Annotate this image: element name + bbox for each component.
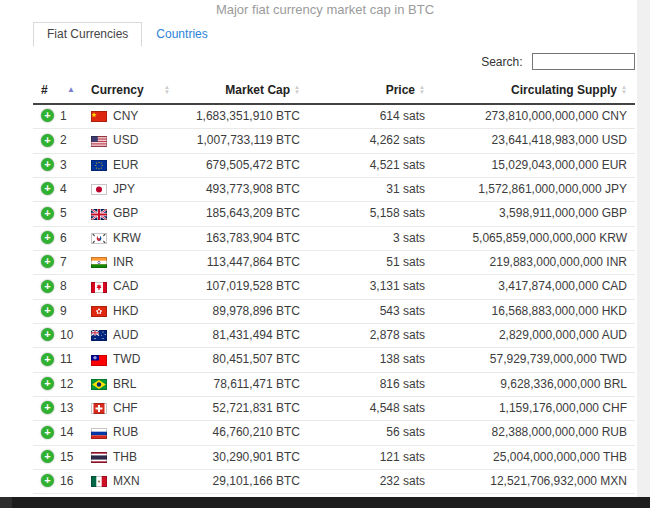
table-row: +10 AUD 81,431,494 BTC 2,878 sats 2,829,…: [33, 323, 635, 347]
supply-cell: 5,065,859,000,000,000 KRW: [433, 226, 635, 250]
expand-row-icon[interactable]: +: [41, 474, 54, 487]
sort-ascending-icon: ▲: [67, 83, 75, 97]
currency-cell: THB: [83, 445, 178, 469]
supply-cell: 16,568,883,000,000 HKD: [433, 299, 635, 323]
table-row: +12 BRL 78,611,471 BTC 816 sats 9,628,33…: [33, 372, 635, 396]
rank-cell: +8: [33, 275, 83, 299]
price-cell: 138 sats: [308, 348, 433, 372]
currency-code: INR: [113, 255, 134, 269]
currency-code: HKD: [113, 304, 138, 318]
column-header-rank[interactable]: #▲: [33, 79, 83, 104]
column-header-market-cap[interactable]: Market Cap▲▼: [178, 79, 308, 104]
rank-cell: +12: [33, 372, 83, 396]
flag-icon-brl: [91, 379, 107, 390]
currency-cell: KRW: [83, 226, 178, 250]
flag-icon-krw: [91, 233, 107, 244]
market-cap-cell: 679,505,472 BTC: [178, 153, 308, 177]
expand-row-icon[interactable]: +: [41, 109, 54, 122]
rank-value: 14: [60, 426, 73, 440]
table-row: +7 INR 113,447,864 BTC 51 sats 219,883,0…: [33, 250, 635, 274]
currency-code: BRL: [113, 377, 136, 391]
column-header-price[interactable]: Price▲▼: [308, 79, 433, 104]
column-header-currency[interactable]: Currency▲▼: [83, 79, 178, 104]
table-row: +5 GBP 185,643,209 BTC 5,158 sats 3,598,…: [33, 202, 635, 226]
expand-row-icon[interactable]: +: [41, 401, 54, 414]
rank-cell: +1: [33, 104, 83, 129]
currency-code: MXN: [113, 474, 140, 488]
expand-row-icon[interactable]: +: [41, 255, 54, 268]
expand-row-icon[interactable]: +: [41, 158, 54, 171]
currency-code: RUB: [113, 426, 138, 440]
rank-cell: +10: [33, 323, 83, 347]
rank-cell: +13: [33, 396, 83, 420]
table-row: +6 KRW 163,783,904 BTC 3 sats 5,065,859,…: [33, 226, 635, 250]
price-cell: 2,878 sats: [308, 323, 433, 347]
tab-bar: Fiat CurrenciesCountries: [33, 22, 635, 46]
table-body: +1 CNY 1,683,351,910 BTC 614 sats 273,81…: [33, 104, 635, 508]
currency-code: GBP: [113, 207, 138, 221]
table-row: +9 HKD 89,978,896 BTC 543 sats 16,568,88…: [33, 299, 635, 323]
rank-value: 9: [60, 304, 67, 318]
currency-cell: GBP: [83, 202, 178, 226]
market-cap-cell: 46,760,210 BTC: [178, 421, 308, 445]
price-cell: 121 sats: [308, 445, 433, 469]
flag-icon-hkd: [91, 306, 107, 317]
price-cell: 5,158 sats: [308, 202, 433, 226]
rank-cell: +4: [33, 177, 83, 201]
table-row: +14 RUB 46,760,210 BTC 56 sats 82,388,00…: [33, 421, 635, 445]
price-cell: 4,548 sats: [308, 396, 433, 420]
table-row: +13 CHF 52,721,831 BTC 4,548 sats 1,159,…: [33, 396, 635, 420]
currency-cell: AUD: [83, 323, 178, 347]
rank-value: 11: [60, 353, 72, 367]
column-header-circulating-supply[interactable]: Circulating Supply▲▼: [433, 79, 635, 104]
search-input[interactable]: [532, 53, 635, 70]
expand-row-icon[interactable]: +: [41, 134, 54, 147]
rank-value: 3: [60, 158, 67, 172]
price-cell: 51 sats: [308, 250, 433, 274]
currency-code: EUR: [113, 158, 138, 172]
expand-row-icon[interactable]: +: [41, 207, 54, 220]
supply-cell: 1,159,176,000,000 CHF: [433, 396, 635, 420]
price-cell: 816 sats: [308, 372, 433, 396]
expand-row-icon[interactable]: +: [41, 353, 54, 366]
currency-code: CAD: [113, 280, 138, 294]
supply-cell: 12,521,706,932,000 MXN: [433, 469, 635, 493]
expand-row-icon[interactable]: +: [41, 280, 54, 293]
currency-cell: CHF: [83, 396, 178, 420]
table-row: +4 JPY 493,773,908 BTC 31 sats 1,572,861…: [33, 177, 635, 201]
expand-row-icon[interactable]: +: [41, 450, 54, 463]
currency-code: THB: [113, 450, 137, 464]
fiat-currency-table: #▲ Currency▲▼ Market Cap▲▼ Price▲▼ Circu…: [33, 79, 635, 508]
rank-cell: +14: [33, 421, 83, 445]
expand-row-icon[interactable]: +: [41, 231, 54, 244]
tab-fiat-currencies[interactable]: Fiat Currencies: [33, 22, 142, 47]
rank-cell: +6: [33, 226, 83, 250]
currency-cell: JPY: [83, 177, 178, 201]
expand-row-icon[interactable]: +: [41, 182, 54, 195]
expand-row-icon[interactable]: +: [41, 304, 54, 317]
expand-row-icon[interactable]: +: [41, 328, 54, 341]
currency-code: CNY: [113, 109, 138, 123]
flag-icon-cny: [91, 111, 107, 122]
sort-both-icon: ▲▼: [419, 85, 425, 95]
currency-code: JPY: [113, 182, 135, 196]
rank-cell: +5: [33, 202, 83, 226]
price-cell: 3,131 sats: [308, 275, 433, 299]
rank-cell: +16: [33, 469, 83, 493]
rank-value: 6: [60, 231, 67, 245]
table-row: +1 CNY 1,683,351,910 BTC 614 sats 273,81…: [33, 104, 635, 129]
supply-cell: 23,641,418,983,000 USD: [433, 129, 635, 153]
rank-value: 15: [60, 450, 73, 464]
table-row: +8 CAD 107,019,528 BTC 3,131 sats 3,417,…: [33, 275, 635, 299]
tab-countries[interactable]: Countries: [142, 22, 221, 47]
expand-row-icon[interactable]: +: [41, 426, 54, 439]
flag-icon-eur: [91, 160, 107, 171]
rank-value: 12: [60, 377, 73, 391]
currency-cell: INR: [83, 250, 178, 274]
rank-value: 7: [60, 255, 67, 269]
price-cell: 4,262 sats: [308, 129, 433, 153]
search-label: Search:: [481, 55, 522, 69]
expand-row-icon[interactable]: +: [41, 377, 54, 390]
sort-both-icon: ▲▼: [621, 85, 627, 95]
market-cap-cell: 493,773,908 BTC: [178, 177, 308, 201]
